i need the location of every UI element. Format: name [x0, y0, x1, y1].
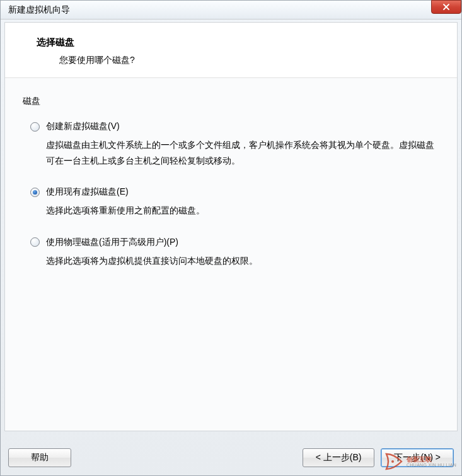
- titlebar: 新建虚拟机向导: [1, 1, 461, 20]
- option-desc: 选择此选项将为虚拟机提供直接访问本地硬盘的权限。: [30, 253, 437, 269]
- radio-icon: [30, 188, 40, 197]
- option-desc: 选择此选项将重新使用之前配置的磁盘。: [30, 203, 437, 218]
- radio-row-physical[interactable]: 使用物理磁盘(适用于高级用户)(P): [30, 237, 437, 248]
- page-subtitle: 您要使用哪个磁盘?: [37, 55, 433, 66]
- radio-label: 使用现有虚拟磁盘(E): [46, 186, 129, 198]
- window-title: 新建虚拟机向导: [8, 4, 70, 16]
- watermark-text: 创新互联 CHUANG XIN HU LIAN: [407, 456, 456, 468]
- help-button[interactable]: 帮助: [8, 448, 71, 467]
- option-create-new-disk: 创建新虚拟磁盘(V) 虚拟磁盘由主机文件系统上的一个或多个文件组成，客户机操作系…: [23, 121, 437, 169]
- watermark-sub: CHUANG XIN HU LIAN: [407, 463, 456, 468]
- radio-icon: [30, 122, 40, 132]
- radio-label: 使用物理磁盘(适用于高级用户)(P): [46, 237, 178, 248]
- option-use-physical-disk: 使用物理磁盘(适用于高级用户)(P) 选择此选项将为虚拟机提供直接访问本地硬盘的…: [23, 237, 437, 269]
- wizard-header: 选择磁盘 您要使用哪个磁盘?: [5, 23, 457, 78]
- page-title: 选择磁盘: [37, 37, 433, 48]
- radio-row-existing[interactable]: 使用现有虚拟磁盘(E): [30, 186, 437, 198]
- wizard-window: 新建虚拟机向导 选择磁盘 您要使用哪个磁盘? 磁盘 创建新虚拟磁盘(V) 虚拟磁…: [0, 0, 462, 476]
- close-icon: [442, 3, 450, 11]
- option-use-existing-disk: 使用现有虚拟磁盘(E) 选择此选项将重新使用之前配置的磁盘。: [23, 186, 437, 218]
- radio-label: 创建新虚拟磁盘(V): [46, 121, 120, 132]
- watermark-logo-icon: [384, 451, 404, 472]
- watermark: 创新互联 CHUANG XIN HU LIAN: [384, 451, 456, 472]
- disk-group-label: 磁盘: [23, 96, 437, 107]
- wizard-body: 磁盘 创建新虚拟磁盘(V) 虚拟磁盘由主机文件系统上的一个或多个文件组成，客户机…: [5, 78, 457, 431]
- svg-point-0: [391, 460, 394, 463]
- watermark-main: 创新互联: [407, 456, 456, 463]
- close-button[interactable]: [431, 0, 461, 14]
- wizard-content: 选择磁盘 您要使用哪个磁盘? 磁盘 创建新虚拟磁盘(V) 虚拟磁盘由主机文件系统…: [4, 22, 458, 431]
- back-button[interactable]: < 上一步(B): [303, 448, 375, 467]
- radio-icon: [30, 237, 40, 247]
- radio-row-create[interactable]: 创建新虚拟磁盘(V): [30, 121, 437, 132]
- option-desc: 虚拟磁盘由主机文件系统上的一个或多个文件组成，客户机操作系统会将其视为单个硬盘。…: [30, 137, 437, 169]
